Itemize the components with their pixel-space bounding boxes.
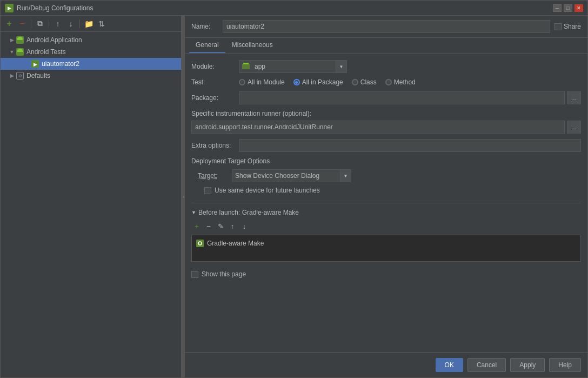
radio-all-in-package[interactable]: All in Package [293, 78, 343, 86]
package-browse-button[interactable]: … [567, 91, 581, 104]
radio-method[interactable]: Method [385, 78, 416, 86]
show-page-label: Show this page [202, 270, 246, 278]
gradle-item-label: Gradle-aware Make [207, 240, 264, 247]
gradle-icon [196, 240, 204, 247]
instrumentation-input[interactable] [191, 121, 565, 134]
before-launch-down-button[interactable]: ↓ [239, 221, 250, 231]
name-row: Name: Share [185, 16, 587, 38]
module-select-text: app [252, 63, 336, 70]
package-input[interactable] [239, 91, 565, 104]
cancel-button[interactable]: Cancel [467, 358, 506, 372]
module-dropdown-arrow[interactable]: ▼ [336, 61, 346, 72]
instrumentation-label: Specific instrumentation runner (optiona… [191, 110, 311, 117]
defaults-icon: ⚙ [16, 71, 24, 80]
tabs-bar: General Miscellaneous [185, 38, 587, 54]
radio-label-all-in-module: All in Module [248, 78, 285, 86]
target-row: Target: Show Device Chooser Dialog ▼ [191, 169, 581, 182]
maximize-button[interactable]: □ [564, 4, 572, 12]
target-select-text: Show Device Chooser Dialog [233, 172, 340, 180]
expand-arrow-uiautomator2[interactable] [23, 60, 31, 68]
deployment-title: Deployment Target Options [191, 157, 581, 165]
defaults-label: Defaults [26, 72, 50, 79]
same-device-checkbox[interactable] [204, 187, 211, 194]
window-title: Run/Debug Configurations [17, 4, 553, 12]
before-launch-remove-button[interactable]: − [203, 221, 214, 231]
move-up-button[interactable]: ↑ [52, 18, 63, 29]
uiautomator2-icon: ▶ [31, 59, 39, 68]
expand-arrow-android-tests[interactable]: ▼ [8, 48, 16, 56]
before-launch-toolbar: + − ✎ ↑ ↓ [191, 221, 581, 231]
android-application-icon [16, 36, 24, 44]
close-button[interactable]: ✕ [574, 4, 583, 12]
apply-button[interactable]: Apply [510, 358, 545, 372]
same-device-label: Use same device for future launches [215, 187, 320, 194]
module-select[interactable]: app ▼ [239, 60, 347, 73]
test-label: Test: [191, 78, 235, 86]
package-input-group: … [239, 91, 581, 104]
tree-item-defaults[interactable]: ▶ ⚙ Defaults [1, 70, 181, 82]
toolbar-separator-3 [79, 19, 80, 28]
tree-item-uiautomator2[interactable]: ▶ uiautomator2 [1, 58, 181, 70]
before-launch-add-button[interactable]: + [191, 221, 202, 231]
show-page-checkbox[interactable] [191, 271, 198, 278]
share-label: Share [564, 23, 581, 30]
tree-item-android-application[interactable]: ▶ Android Application [1, 34, 181, 46]
name-input[interactable] [223, 20, 550, 33]
test-row: Test: All in Module All in Package Cl [191, 78, 581, 86]
radio-class[interactable]: Class [352, 78, 377, 86]
tab-miscellaneous[interactable]: Miscellaneous [225, 38, 279, 53]
instrumentation-browse-button[interactable]: … [567, 121, 581, 134]
sort-button[interactable]: ⇅ [96, 18, 107, 29]
tree-toolbar: + − ⧉ ↑ ↓ 📁 ⇅ [1, 16, 181, 32]
configuration-tree: ▶ Android Application ▼ Android Tests [1, 32, 181, 377]
ok-button[interactable]: OK [436, 358, 463, 372]
radio-label-all-in-package: All in Package [302, 78, 343, 86]
before-launch-collapse-arrow[interactable]: ▼ [191, 210, 196, 215]
radio-all-in-module[interactable]: All in Module [239, 78, 285, 86]
move-down-button[interactable]: ↓ [65, 18, 76, 29]
svg-rect-4 [196, 240, 204, 247]
tree-item-android-tests[interactable]: ▼ Android Tests [1, 46, 181, 58]
add-configuration-button[interactable]: + [4, 18, 15, 29]
package-label: Package: [191, 94, 235, 102]
uiautomator2-label: uiautomator2 [42, 60, 79, 68]
before-launch-list: Gradle-aware Make [191, 235, 581, 262]
test-radio-group: All in Module All in Package Class [239, 78, 416, 86]
before-launch-item-gradle[interactable]: Gradle-aware Make [194, 237, 578, 249]
svg-text:▶: ▶ [34, 62, 37, 67]
help-button[interactable]: Help [549, 358, 581, 372]
form-area: Module: app ▼ Test: [185, 54, 587, 352]
target-select[interactable]: Show Device Chooser Dialog ▼ [232, 169, 351, 182]
minimize-button[interactable]: ─ [553, 4, 562, 12]
before-launch-up-button[interactable]: ↑ [227, 221, 238, 231]
left-panel: + − ⧉ ↑ ↓ 📁 ⇅ ▶ Android Application [1, 16, 182, 377]
radio-circle-all-in-module [239, 79, 245, 85]
radio-label-method: Method [394, 78, 416, 86]
extra-options-label: Extra options: [191, 142, 235, 149]
new-folder-button[interactable]: 📁 [83, 18, 94, 29]
svg-rect-3 [243, 63, 249, 64]
bottom-bar: OK Cancel Apply Help [185, 352, 587, 377]
extra-options-input[interactable] [239, 139, 581, 152]
before-launch-header: ▼ Before launch: Gradle-aware Make [191, 209, 581, 216]
module-row: Module: app ▼ [191, 60, 581, 73]
same-device-row: Use same device for future launches [191, 187, 581, 194]
window-controls: ─ □ ✕ [553, 4, 583, 12]
main-window: ▶ Run/Debug Configurations ─ □ ✕ + − ⧉ ↑… [0, 0, 588, 378]
expand-arrow-defaults[interactable]: ▶ [8, 72, 16, 79]
before-launch-edit-button[interactable]: ✎ [215, 221, 226, 231]
remove-configuration-button[interactable]: − [17, 18, 28, 29]
tab-general[interactable]: General [189, 38, 225, 53]
android-application-label: Android Application [26, 36, 82, 44]
right-panel: Name: Share General Miscellaneous Module… [185, 16, 587, 377]
show-page-row: Show this page [191, 270, 581, 278]
share-checkbox[interactable] [554, 23, 562, 30]
radio-circle-method [385, 79, 392, 85]
target-dropdown-arrow[interactable]: ▼ [340, 170, 351, 182]
instrumentation-label-row: Specific instrumentation runner (optiona… [191, 110, 581, 117]
android-tests-label: Android Tests [26, 48, 66, 56]
svg-rect-2 [242, 64, 250, 69]
copy-configuration-button[interactable]: ⧉ [35, 18, 45, 29]
module-select-icon [242, 62, 250, 71]
expand-arrow-android-application[interactable]: ▶ [8, 36, 16, 44]
